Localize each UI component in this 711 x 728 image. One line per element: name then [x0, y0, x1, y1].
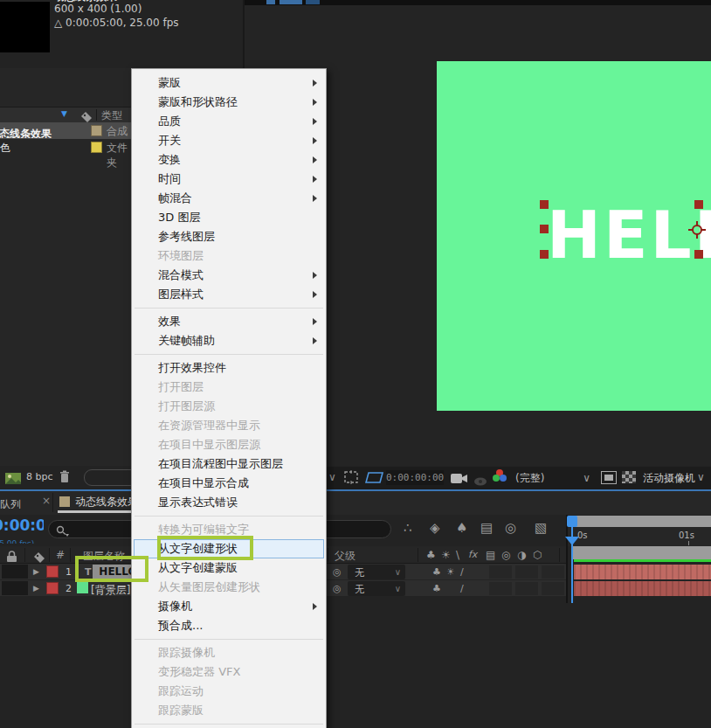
frame-blending-icon[interactable]: ▤ — [480, 520, 493, 536]
menu-item[interactable]: 预合成... — [132, 616, 326, 635]
sort-triangle-icon[interactable]: ▼ — [61, 109, 67, 118]
project-row-comp[interactable]: 动态线条效果 合成 — [0, 122, 131, 139]
expand-arrow-icon[interactable]: ▶ — [33, 567, 39, 576]
parent-column[interactable]: 父级 — [335, 549, 356, 564]
parent-select[interactable]: 无 ∨ — [348, 581, 405, 596]
menu-item[interactable]: 蒙版 — [132, 73, 326, 93]
quality-toggle-icon[interactable]: / — [460, 566, 464, 578]
region-of-interest-icon[interactable] — [342, 470, 360, 489]
menu-item[interactable]: 变换 — [132, 150, 326, 170]
adjustment-switch-icon[interactable]: ◑ — [517, 549, 526, 561]
menu-item[interactable]: 关键帧辅助 — [132, 331, 326, 350]
menu-item-label: 品质 — [158, 114, 181, 128]
selection-handle[interactable] — [694, 200, 703, 209]
menu-item[interactable]: 混合模式 — [132, 266, 326, 285]
motion-blur-icon[interactable]: ◎ — [505, 520, 516, 536]
playhead-marker[interactable] — [565, 537, 579, 545]
time-ruler[interactable]: 0s 01s — [568, 527, 711, 546]
layer-duration-bar[interactable] — [574, 565, 711, 579]
parent-pickwhip-icon[interactable]: ◎ — [333, 566, 342, 578]
tab-render-queue[interactable]: 渲染队列 — [0, 495, 38, 509]
menu-item[interactable]: 蒙版和形状路径 — [132, 93, 326, 112]
video-toggle[interactable] — [2, 565, 28, 579]
quality-toggle-icon[interactable]: / — [460, 583, 464, 594]
menu-item[interactable]: 摄像机 — [132, 597, 326, 616]
transparency-grid-icon[interactable] — [622, 471, 636, 483]
selection-handle[interactable] — [540, 250, 549, 259]
menu-item[interactable]: 效果 — [132, 312, 326, 331]
layer-duration-bar[interactable] — [574, 581, 711, 596]
switch-cell[interactable] — [515, 582, 538, 595]
menu-item[interactable]: 时间 — [132, 170, 326, 189]
channel-rgb-icon[interactable] — [493, 469, 507, 483]
menu-item[interactable]: 品质 — [132, 112, 326, 131]
comp-duration-label: 0:00:05:00, 25.00 fps — [66, 17, 178, 29]
threed-switch-icon[interactable]: ⬡ — [533, 549, 542, 561]
folder-color-swatch[interactable] — [91, 142, 102, 153]
type-column-header[interactable]: 类型 — [101, 108, 122, 123]
menu-item[interactable]: 打开效果控件 — [132, 358, 326, 378]
hide-shy-layers-icon[interactable]: ♠ — [456, 520, 467, 536]
shy-toggle-icon[interactable]: ♣ — [432, 566, 441, 578]
motion-blur-switch-icon[interactable]: ◎ — [501, 549, 510, 561]
comp-mini-flowchart-icon[interactable]: ∴ — [404, 520, 412, 536]
menu-item[interactable]: 显示表达式错误 — [132, 493, 326, 512]
shy-switch-icon[interactable]: ♣ — [426, 549, 436, 561]
comp-color-swatch[interactable] — [91, 125, 102, 136]
frame-blend-switch-icon[interactable]: ▤ — [486, 549, 495, 561]
switch-cell[interactable] — [515, 565, 538, 579]
layer-label-swatch[interactable] — [46, 582, 59, 594]
snapshot-camera-icon[interactable] — [451, 471, 468, 488]
draft-3d-icon[interactable]: ◈ — [430, 520, 440, 536]
grid-guides-icon[interactable] — [365, 471, 384, 488]
trash-icon[interactable] — [59, 470, 70, 487]
work-area-bar[interactable] — [572, 546, 711, 559]
layer-name[interactable]: [背景层] — [91, 583, 130, 598]
time-navigator-bar[interactable] — [572, 516, 711, 527]
menu-item[interactable]: 3D 图层 — [132, 208, 326, 227]
switch-cell[interactable] — [489, 565, 512, 579]
graph-editor-icon[interactable]: ▧ — [535, 520, 547, 536]
fx-switch-icon[interactable]: fx — [468, 549, 477, 560]
video-toggle[interactable] — [2, 581, 28, 595]
composition-viewport[interactable]: HELLO — [437, 61, 711, 411]
tab-composition[interactable]: 动态线条效果 — [75, 495, 138, 510]
selection-handle[interactable] — [540, 225, 549, 233]
toolbar-chevron-icon[interactable]: ∨ — [328, 471, 336, 483]
switch-cell[interactable] — [489, 582, 512, 595]
show-snapshot-icon[interactable] — [473, 473, 487, 489]
anchor-point-icon[interactable] — [688, 221, 706, 242]
menu-item[interactable]: 在项目中显示合成 — [132, 474, 326, 493]
menu-item[interactable]: 开关 — [132, 131, 326, 150]
tab-close-icon[interactable]: × — [42, 495, 51, 507]
menu-item[interactable]: 从文字创建蒙版 — [132, 558, 326, 578]
magnification-select[interactable]: (完整) ∨ — [515, 469, 596, 487]
tab-label: 渲染队列 — [0, 497, 21, 509]
menu-item[interactable]: 图层样式 — [132, 285, 326, 304]
bpc-button[interactable]: 8 bpc — [26, 471, 53, 482]
parent-select[interactable]: 无 ∨ — [348, 565, 405, 579]
menu-item[interactable]: 在项目流程图中显示图层 — [132, 454, 326, 474]
collapse-switch-icon[interactable]: ☀ — [441, 549, 451, 561]
shy-toggle-icon[interactable]: ♣ — [432, 583, 441, 594]
comp-text-hello[interactable]: HELLO — [547, 198, 711, 273]
switch-cell[interactable] — [542, 582, 564, 595]
collapse-toggle-icon[interactable]: ☀ — [446, 566, 455, 578]
interpret-footage-icon[interactable] — [5, 471, 21, 488]
selection-handle[interactable] — [540, 200, 549, 209]
menu-item[interactable]: 参考线图层 — [132, 227, 326, 246]
parent-pickwhip-icon[interactable]: ◎ — [333, 583, 342, 594]
project-row-folder[interactable]: 色 文件夹 — [0, 139, 131, 156]
expand-arrow-icon[interactable]: ▶ — [33, 584, 39, 593]
menu-item[interactable]: 帧混合 — [132, 189, 326, 208]
chevron-down-icon[interactable]: ∨ — [697, 471, 705, 483]
preview-timecode[interactable]: 0:00:00:00 — [386, 470, 444, 485]
switch-cell[interactable] — [542, 565, 564, 579]
layer-label-swatch[interactable] — [46, 565, 59, 578]
selection-handle[interactable] — [694, 250, 703, 259]
target-region-icon[interactable] — [601, 471, 617, 484]
current-timecode[interactable]: 0:00:00 — [0, 517, 44, 534]
footer-pill-control[interactable] — [84, 469, 138, 486]
quality-switch-icon[interactable]: \ — [456, 549, 459, 561]
layer-number-column[interactable]: # — [56, 549, 65, 561]
